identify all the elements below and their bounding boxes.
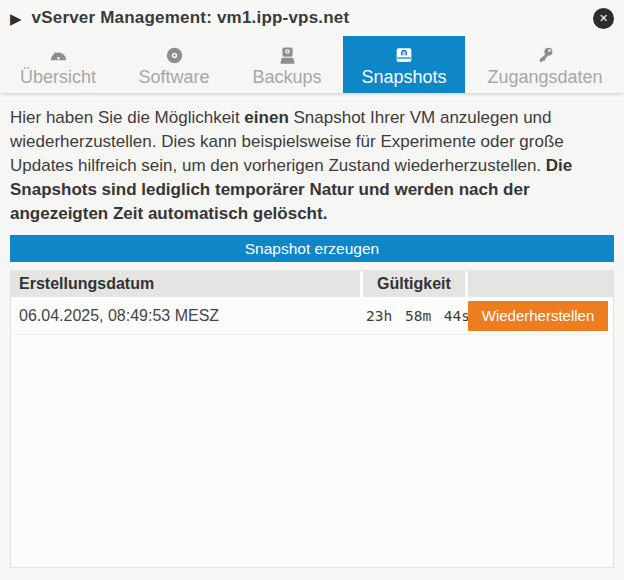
tab-label: Übersicht [20, 67, 96, 88]
restore-button[interactable]: Wiederherstellen [468, 301, 608, 331]
window-title: vServer Management: vm1.ipp-vps.net [32, 8, 350, 28]
description-text: Hier haben Sie die Möglichkeit einen Sna… [10, 106, 614, 226]
snapshot-table: Erstellungsdatum Gültigkeit 06.04.2025, … [10, 270, 614, 568]
tab-label: Software [138, 67, 209, 88]
tab-zugangsdaten[interactable]: Zugangsdaten [466, 36, 624, 93]
backup-icon [277, 44, 298, 66]
create-snapshot-button[interactable]: Snapshot erzeugen [10, 235, 614, 262]
tab-snapshots[interactable]: Snapshots [343, 36, 465, 93]
gauge-icon [48, 44, 69, 66]
snapshots-panel: Hier haben Sie die Möglichkeit einen Sna… [0, 93, 624, 580]
snapshot-created-date: 06.04.2025, 08:49:53 MESZ [11, 307, 366, 325]
snapshot-validity-countdown: 23h 58m 44s [366, 308, 468, 324]
tab-backups[interactable]: Backups [235, 36, 339, 93]
column-header-action [468, 271, 613, 297]
tab-bar: Übersicht Software Backups [0, 36, 624, 93]
snapshot-icon [393, 44, 415, 66]
disc-icon [164, 44, 185, 66]
window-header: ▶ vServer Management: vm1.ipp-vps.net ✕ [0, 0, 624, 36]
close-icon[interactable]: ✕ [593, 8, 614, 29]
table-header-row: Erstellungsdatum Gültigkeit [11, 271, 613, 297]
description-bold-1: einen [244, 108, 288, 127]
description-part-1: Hier haben Sie die Möglichkeit [10, 108, 244, 127]
snapshot-action-cell: Wiederherstellen [468, 301, 613, 331]
tab-label: Backups [252, 67, 321, 88]
key-icon [535, 44, 556, 66]
play-icon: ▶ [10, 11, 22, 26]
column-header-created: Erstellungsdatum [11, 271, 360, 297]
tab-label: Zugangsdaten [487, 67, 602, 88]
tab-label: Snapshots [361, 67, 446, 88]
table-row: 06.04.2025, 08:49:53 MESZ 23h 58m 44s Wi… [11, 297, 613, 335]
tab-software[interactable]: Software [122, 36, 226, 93]
tab-uebersicht[interactable]: Übersicht [6, 36, 110, 93]
column-header-validity: Gültigkeit [363, 271, 465, 297]
